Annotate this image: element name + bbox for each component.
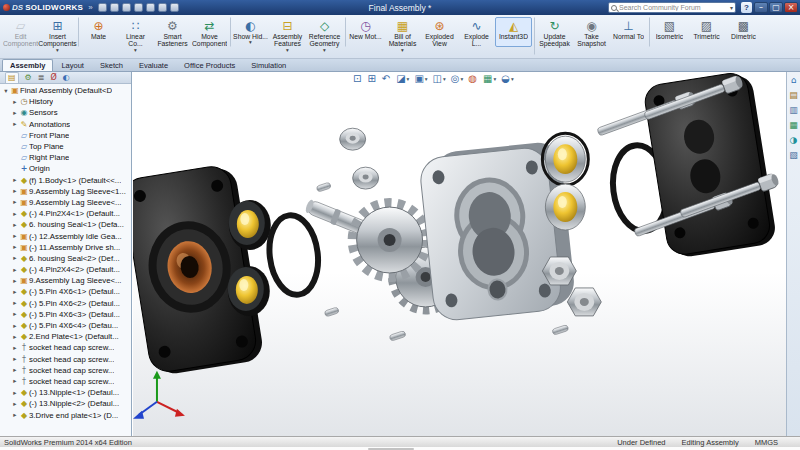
new-document-icon[interactable] [98,3,107,12]
insert-components-button[interactable]: ⊞ Insert Components ▾ [39,17,76,55]
bearing-sleeve-part-1[interactable] [229,200,271,250]
displaymanager-tab[interactable]: ◐ [63,73,70,83]
tree-item[interactable]: ▸ ◆ (-) 5.Pin 4X6<4> (Defau... [0,320,131,331]
tree-item[interactable]: ▸ ◆ (-) 5.Pin 4X6<1> (Defaul... [0,286,131,297]
expander-icon[interactable]: ▾ [2,87,10,95]
undo-icon[interactable] [146,3,155,12]
expander-icon[interactable]: ▸ [11,366,19,374]
tree-item[interactable]: ▱ Front Plane [0,130,131,141]
exploded-assembly-model[interactable] [133,72,786,436]
tab-assembly[interactable]: Assembly [2,59,53,71]
tree-item[interactable]: ▸ ▣ 9.Assembly Lag Sleeve<... [0,275,131,286]
expander-icon[interactable]: ▸ [11,400,19,408]
tree-item[interactable]: ▸ ◆ (-) 4.Pin2X4<1> (Default... [0,208,131,219]
tree-item[interactable]: ▱ Right Plane [0,152,131,163]
appearances-icon[interactable]: ◑ [790,135,798,145]
tab-sketch[interactable]: Sketch [92,59,131,71]
tree-item[interactable]: ▸ ◆ 6. housing Seal<1> (Defa... [0,219,131,230]
zoom-fit-icon[interactable]: ⊡ [353,73,362,84]
update-speedpak-button[interactable]: ↻ Update Speedpak [534,17,573,55]
trimetric-button[interactable]: ▨ Trimetric [688,17,725,47]
reference-geometry-button[interactable]: ◇ Reference Geometry ▾ [306,17,343,55]
view-palette-icon[interactable]: ▦ [789,120,798,130]
expander-icon[interactable]: ▸ [11,210,19,218]
assembly-features-button[interactable]: ⊟ Assembly Features ▾ [269,17,306,55]
expander-icon[interactable]: ▸ [11,187,19,195]
tab-evaluate[interactable]: Evaluate [131,59,176,71]
tree-item[interactable]: ▸ ▣ (-) 11.Assembly Drive sh... [0,242,131,253]
help-icon[interactable]: ? [741,2,752,13]
tree-item[interactable]: ▸ ◆ (-) 5.Pin 4X6<3> (Defaul... [0,309,131,320]
section-view-icon[interactable]: ◪ ▾ [396,73,409,84]
tree-item[interactable]: ▸ ▣ 9.Assembly Lag Sleeve<1... [0,186,131,197]
expander-icon[interactable]: ▸ [11,322,19,330]
tree-item[interactable]: ▸ ◆ (f) 1.Body<1> (Default<<... [0,175,131,186]
drive-end-plate-part[interactable] [643,72,778,260]
plug-fitting-part-2[interactable] [353,167,379,189]
exploded-view-button[interactable]: ⊛ Exploded View [421,17,458,55]
drive-gear-part[interactable] [353,203,427,277]
bearing-sleeve-part-3[interactable] [542,133,588,185]
expander-icon[interactable]: ▸ [11,232,19,240]
bearing-sleeve-part-2[interactable] [228,266,270,316]
design-library-icon[interactable]: ▤ [789,90,798,100]
tree-item[interactable]: ▸ ▣ (-) 12.Assembly Idle Gea... [0,230,131,241]
save-icon[interactable] [122,3,131,12]
tree-item[interactable]: ▸ ◉ Sensors [0,107,131,118]
print-icon[interactable] [134,3,143,12]
tree-item[interactable]: ▸ ◆ (-) 13.Nipple<1> (Defaul... [0,387,131,398]
bearing-sleeve-part-4[interactable] [545,184,585,230]
tree-item[interactable]: ▸ ◆ (-) 5.Pin 4X6<2> (Defaul... [0,298,131,309]
tree-item[interactable]: ▸ ◷ History [0,96,131,107]
maximize-button[interactable]: ▢ [769,2,783,13]
expander-icon[interactable]: ▸ [11,98,19,106]
expander-icon[interactable]: ▸ [11,277,19,285]
expander-icon[interactable]: ▸ [11,299,19,307]
hide-show-items-icon[interactable]: ◎ ▾ [451,73,464,84]
close-button[interactable]: × [784,2,798,13]
tab-layout[interactable]: Layout [53,59,92,71]
tree-item[interactable]: ▾ ▣ Final Assembly (Default<D [0,85,131,96]
expander-icon[interactable]: ▸ [11,310,19,318]
edit-component-button[interactable]: ▱ Edit Component [2,17,39,55]
rebuild-icon[interactable] [158,3,167,12]
file-explorer-icon[interactable]: ▥ [789,105,798,115]
tree-item[interactable]: ▸ ◆ 2.End Plate<1> (Default... [0,331,131,342]
expander-icon[interactable]: ▸ [11,355,19,363]
expander-icon[interactable]: ▸ [11,389,19,397]
housing-seal-part-1[interactable] [265,212,322,297]
tree-item[interactable]: ▸ † socket head cap screw... [0,342,131,353]
linear-pattern-button[interactable]: ∷ Linear Co... ▾ [117,17,154,55]
search-input[interactable] [617,3,728,12]
expander-icon[interactable]: ▸ [11,120,19,128]
configurationmanager-tab[interactable]: ≣ [38,73,45,83]
pin-part-3[interactable] [389,331,406,342]
open-icon[interactable] [110,3,119,12]
tab-simulation[interactable]: Simulation [243,59,294,71]
nipple-part-2[interactable] [567,288,601,316]
community-search-box[interactable]: ▾ [608,2,736,13]
move-component-button[interactable]: ⇄ Move Component [191,17,228,55]
featuremanager-tab[interactable]: ▤ [5,72,19,83]
tree-item[interactable]: ▸ † socket head cap screw... [0,365,131,376]
take-snapshot-button[interactable]: ◉ Take Snapshot [573,17,610,55]
options-icon[interactable] [170,3,179,12]
menu-expand-icon[interactable]: » [88,3,92,12]
display-style-icon[interactable]: ◫ ▾ [433,73,446,84]
pin-part-4[interactable] [552,325,569,336]
tree-item[interactable]: ▸ † socket head cap screw... [0,376,131,387]
bill-of-materials-button[interactable]: ▦ Bill of Materials ▾ [384,17,421,55]
edit-appearance-icon[interactable]: ◍ [468,73,478,84]
tab-office-products[interactable]: Office Products [176,59,243,71]
view-settings-icon[interactable]: ◒ ▾ [501,73,514,84]
expander-icon[interactable]: ▸ [11,243,19,251]
expander-icon[interactable]: ▸ [11,266,19,274]
expander-icon[interactable]: ▸ [11,288,19,296]
minimize-button[interactable]: – [754,2,768,13]
view-orientation-icon[interactable]: ▣ ▾ [414,73,427,84]
tree-item[interactable]: ▸ ◆ (-) 13.Nipple<2> (Defaul... [0,398,131,409]
pin-part-1[interactable] [316,182,331,192]
expander-icon[interactable]: ▸ [11,377,19,385]
tree-item[interactable]: + Origin [0,163,131,174]
graphics-area[interactable]: ⊡ ⊞ ↶ ◪ ▾ ▣ [133,72,786,436]
